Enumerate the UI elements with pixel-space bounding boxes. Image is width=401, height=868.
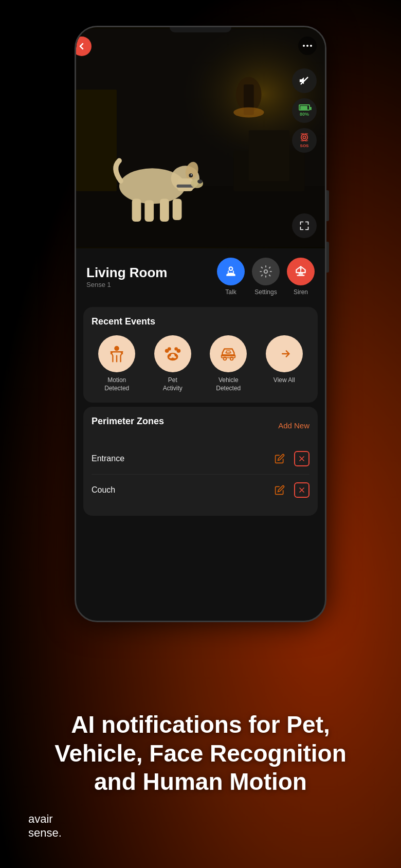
vehicle-detected-item[interactable]: VehicleDetected (210, 335, 247, 392)
camera-menu-button[interactable] (298, 37, 317, 55)
sos-button[interactable]: SOS (292, 128, 317, 153)
phone-side-button-2 (326, 242, 329, 273)
action-buttons: Talk Settings (217, 258, 315, 296)
talk-label: Talk (225, 288, 236, 296)
mute-button[interactable] (292, 68, 317, 93)
svg-rect-16 (160, 199, 169, 222)
siren-label: Siren (294, 288, 308, 296)
view-all-icon-circle (266, 335, 303, 372)
dot2 (306, 45, 308, 47)
svg-point-26 (230, 267, 232, 269)
battery-fill (300, 106, 307, 110)
settings-label: Settings (254, 288, 277, 296)
pet-activity-item[interactable]: PetActivity (154, 335, 191, 392)
zone-entrance-row: Entrance (92, 443, 309, 475)
fullscreen-button[interactable] (292, 213, 317, 238)
svg-rect-17 (173, 199, 182, 220)
battery-tip (310, 107, 312, 110)
view-all-item[interactable]: View All (266, 335, 303, 392)
talk-action-button[interactable]: Talk (217, 258, 245, 296)
svg-point-37 (169, 356, 172, 358)
phone-notch (170, 27, 231, 32)
svg-point-29 (300, 267, 302, 269)
svg-point-30 (115, 346, 120, 351)
svg-rect-14 (132, 199, 141, 222)
svg-rect-2 (76, 186, 325, 247)
brand-name: avair sense. (28, 812, 62, 840)
camera-feed: 80% SOS (76, 27, 325, 248)
recent-events-title: Recent Events (92, 316, 309, 327)
svg-point-27 (264, 270, 268, 274)
zone-entrance-edit-button[interactable] (271, 450, 288, 467)
svg-point-41 (230, 357, 233, 360)
title-bar: Living Room Sense 1 (76, 248, 325, 303)
motion-icon-circle (98, 335, 135, 372)
settings-action-button[interactable]: Settings (252, 258, 280, 296)
pet-label: PetActivity (163, 376, 183, 392)
add-new-button[interactable]: Add New (278, 421, 309, 430)
motion-detected-item[interactable]: MotionDetected (98, 335, 135, 392)
camera-title-block: Living Room Sense 1 (86, 265, 167, 288)
zone-couch-name: Couch (92, 485, 115, 495)
svg-point-6 (233, 107, 264, 118)
svg-point-34 (168, 347, 171, 351)
svg-point-35 (174, 347, 178, 351)
talk-icon-circle (217, 258, 245, 285)
zone-entrance-name: Entrance (92, 454, 124, 463)
perimeter-title: Perimeter Zones (92, 416, 164, 427)
phone-side-button-1 (326, 190, 329, 221)
view-all-label: View All (274, 376, 295, 385)
sos-label: SOS (300, 143, 309, 148)
zone-couch-edit-button[interactable] (271, 482, 288, 498)
vehicle-icon-circle (210, 335, 247, 372)
zone-couch-delete-button[interactable] (294, 482, 309, 498)
battery-icon (299, 104, 310, 111)
zone-couch-actions (271, 482, 309, 498)
perimeter-zones-section: Perimeter Zones Add New Entrance (83, 407, 318, 516)
svg-point-40 (224, 357, 227, 360)
svg-point-21 (191, 174, 192, 176)
phone-device: 80% SOS (75, 26, 326, 622)
svg-point-23 (301, 134, 307, 140)
brand-line1: avair (28, 812, 53, 825)
svg-rect-15 (144, 200, 154, 221)
motion-label: MotionDetected (104, 376, 129, 392)
room-scene (76, 27, 325, 248)
camera-title: Living Room (86, 265, 167, 281)
svg-point-19 (197, 179, 203, 184)
camera-subtitle: Sense 1 (86, 281, 167, 288)
brand-line2: sense. (28, 826, 62, 839)
zone-entrance-actions (271, 450, 309, 467)
dot1 (303, 45, 305, 47)
pet-icon-circle (154, 335, 191, 372)
dot3 (310, 45, 312, 47)
battery-button[interactable]: 80% (292, 98, 317, 123)
siren-action-button[interactable]: Siren (287, 258, 315, 296)
svg-rect-8 (249, 130, 289, 181)
ai-tagline: AI notifications for Pet, Vehicle, Face … (31, 711, 370, 796)
phone-screen: 80% SOS (76, 27, 325, 621)
perimeter-title-row: Perimeter Zones Add New (92, 416, 309, 435)
brand-logo: avair sense. (28, 812, 62, 840)
svg-rect-3 (76, 89, 117, 191)
phone-frame: 80% SOS (75, 26, 326, 622)
recent-events-section: Recent Events MotionDetected (83, 307, 318, 403)
zone-entrance-delete-button[interactable] (294, 451, 309, 466)
battery-percent: 80% (300, 112, 309, 117)
settings-icon-circle (252, 258, 280, 285)
svg-rect-28 (299, 273, 303, 275)
svg-point-38 (173, 356, 176, 358)
svg-point-24 (303, 136, 305, 138)
camera-controls: 80% SOS (292, 68, 317, 153)
siren-icon-circle (287, 258, 315, 285)
events-row: MotionDetected (92, 335, 309, 392)
marketing-section: AI notifications for Pet, Vehicle, Face … (0, 631, 401, 868)
zone-couch-row: Couch (92, 475, 309, 505)
vehicle-label: VehicleDetected (216, 376, 241, 392)
